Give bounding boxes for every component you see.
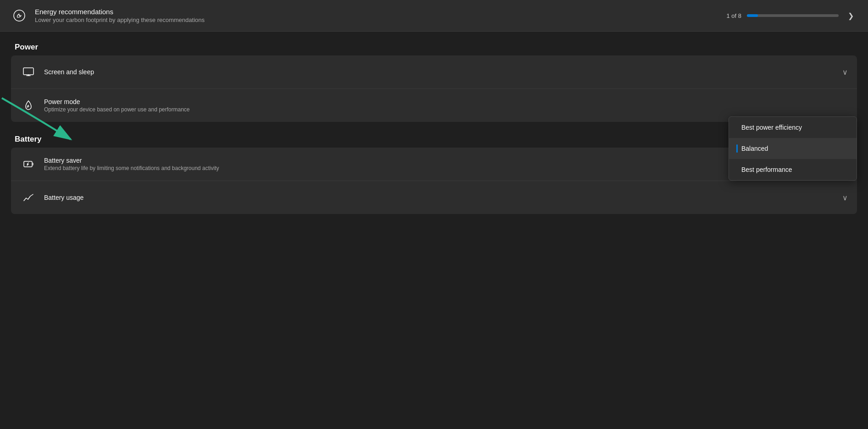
energy-subtitle: Lower your carbon footprint by applying …: [35, 16, 719, 23]
power-mode-row[interactable]: Power mode Optimize your device based on…: [11, 89, 857, 122]
power-mode-title: Power mode: [44, 98, 848, 105]
battery-saver-desc: Extend battery life by limiting some not…: [44, 165, 788, 171]
power-mode-dropdown[interactable]: Best power efficiency Balanced Best perf…: [729, 116, 857, 181]
chevron-down-icon: ∨: [842, 68, 848, 77]
screen-sleep-row[interactable]: Screen and sleep ∨: [11, 55, 857, 89]
best-performance-label: Best performance: [741, 166, 792, 173]
screen-sleep-chevron[interactable]: ∨: [842, 68, 848, 77]
screen-sleep-icon: [20, 64, 37, 80]
svg-rect-1: [23, 68, 33, 75]
best-power-efficiency-label: Best power efficiency: [741, 124, 802, 131]
balanced-indicator: [736, 144, 738, 153]
progress-bar: [747, 14, 839, 17]
battery-usage-icon: [20, 189, 37, 206]
battery-usage-title: Battery usage: [44, 194, 835, 201]
progress-bar-fill: [747, 14, 758, 17]
dropdown-item-best-performance[interactable]: Best performance: [729, 159, 857, 180]
energy-banner-text: Energy recommendations Lower your carbon…: [35, 8, 719, 23]
battery-usage-chevron[interactable]: ∨: [842, 193, 848, 202]
screen-sleep-title: Screen and sleep: [44, 68, 835, 76]
energy-progress-area: 1 of 8 ❯: [726, 9, 857, 22]
power-mode-icon: [20, 97, 37, 114]
progress-label: 1 of 8: [726, 12, 741, 19]
battery-usage-text: Battery usage: [44, 194, 835, 201]
next-recommendation-button[interactable]: ❯: [844, 9, 857, 22]
screen-sleep-text: Screen and sleep: [44, 68, 835, 76]
indicator-spacer-2: [736, 165, 738, 174]
indicator-spacer-1: [736, 123, 738, 132]
battery-saver-text: Battery saver Extend battery life by lim…: [44, 157, 788, 171]
power-section-header: Power: [11, 32, 857, 55]
battery-usage-row[interactable]: Battery usage ∨: [11, 181, 857, 214]
battery-saver-icon: [20, 156, 37, 172]
battery-usage-chevron-icon: ∨: [842, 193, 848, 202]
balanced-label: Balanced: [741, 145, 768, 152]
energy-banner: Energy recommendations Lower your carbon…: [0, 0, 868, 32]
dropdown-item-balanced[interactable]: Balanced: [729, 138, 857, 159]
battery-saver-title: Battery saver: [44, 157, 788, 164]
power-mode-desc: Optimize your device based on power use …: [44, 106, 848, 113]
energy-icon: [11, 7, 28, 24]
power-settings-group: Screen and sleep ∨ Power mode Optimize y…: [11, 55, 857, 122]
dropdown-item-best-power-efficiency[interactable]: Best power efficiency: [729, 117, 857, 138]
power-mode-text: Power mode Optimize your device based on…: [44, 98, 848, 113]
energy-title: Energy recommendations: [35, 8, 719, 16]
